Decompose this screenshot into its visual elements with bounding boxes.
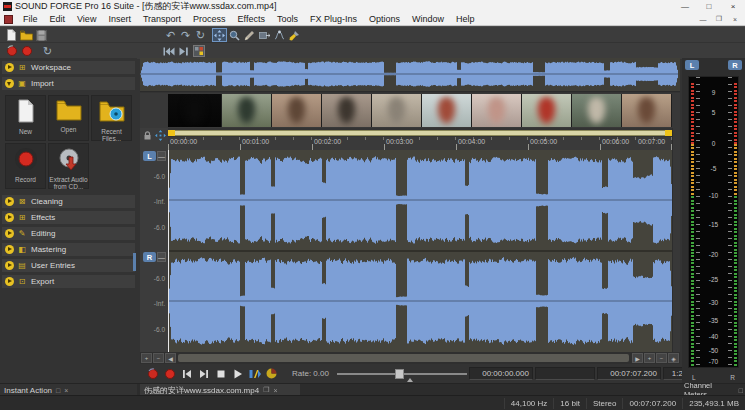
- record-remote-icon[interactable]: [4, 44, 19, 58]
- collapse-arrow-icon[interactable]: [5, 79, 14, 88]
- menu-item-view[interactable]: View: [71, 14, 102, 24]
- menu-item-options[interactable]: Options: [363, 14, 406, 24]
- sidebar-section-mastering[interactable]: ◧Mastering: [2, 243, 135, 256]
- sidebar-section-cleaning[interactable]: ⊠Cleaning: [2, 195, 135, 208]
- sidebar-section-editing[interactable]: ✎Editing: [2, 227, 135, 240]
- expand-arrow-icon[interactable]: [5, 63, 14, 72]
- sidebar-section-workspace[interactable]: ⊞Workspace: [2, 61, 135, 74]
- tile-extract-audio-from-cd-[interactable]: Extract Audio from CD...: [48, 143, 89, 189]
- snapshot-icon[interactable]: [191, 44, 206, 58]
- zoom-in-time-button[interactable]: +: [141, 353, 152, 363]
- expand-arrow-icon[interactable]: [5, 229, 14, 238]
- open-file-icon[interactable]: [19, 28, 34, 42]
- sidebar-scrollbar[interactable]: [133, 253, 136, 271]
- tile-recent-files-[interactable]: Recent Files...: [91, 95, 132, 141]
- record-remote-button[interactable]: [144, 367, 161, 381]
- go-to-end-icon[interactable]: [176, 44, 191, 58]
- maximize-button[interactable]: □: [697, 0, 721, 13]
- menu-item-help[interactable]: Help: [450, 14, 481, 24]
- loop-playback-icon[interactable]: ↻: [40, 44, 55, 58]
- sidebar-section-effects[interactable]: ⊞Effects: [2, 211, 135, 224]
- channel-r-minimize-button[interactable]: —: [157, 252, 166, 262]
- sidebar-section-user-entries[interactable]: ▤User Entries: [2, 259, 135, 272]
- meter-left-channel-button[interactable]: L: [685, 60, 699, 70]
- snap-tool-icon[interactable]: [155, 130, 166, 141]
- event-tool-icon[interactable]: [257, 28, 272, 42]
- sidebar-section-export[interactable]: ⊡Export: [2, 275, 135, 288]
- time-ruler[interactable]: 00:00:0000:01:0000:02:0000:03:0000:04:00…: [168, 137, 672, 150]
- mdi-restore-button[interactable]: ❐: [711, 14, 727, 25]
- meter-right-channel-button[interactable]: R: [728, 60, 742, 70]
- loop-region-start-handle[interactable]: [168, 130, 175, 136]
- sidebar-section-import[interactable]: ▣Import: [2, 77, 135, 90]
- scroll-right-button[interactable]: ▶: [632, 353, 643, 363]
- video-frame-thumbnail[interactable]: [622, 94, 672, 127]
- go-to-start-icon[interactable]: [161, 44, 176, 58]
- scrollbar-thumb[interactable]: [178, 354, 629, 362]
- expand-arrow-icon[interactable]: [5, 261, 14, 270]
- record-button[interactable]: [161, 367, 178, 381]
- close-button[interactable]: ×: [721, 0, 745, 13]
- loop-playback-button[interactable]: [263, 367, 280, 381]
- mdi-close-button[interactable]: ×: [727, 14, 743, 25]
- waveform-overview[interactable]: [140, 58, 680, 92]
- selection-time-field[interactable]: [535, 367, 595, 380]
- rate-slider[interactable]: [337, 367, 467, 381]
- rate-slider-thumb[interactable]: [395, 369, 404, 379]
- menu-item-window[interactable]: Window: [406, 14, 450, 24]
- menu-item-effects[interactable]: Effects: [232, 14, 271, 24]
- channel-r-button[interactable]: R: [143, 252, 156, 262]
- overview-waveform-canvas[interactable]: [140, 58, 678, 90]
- save-file-icon[interactable]: [34, 28, 49, 42]
- expand-arrow-icon[interactable]: [5, 277, 14, 286]
- go-to-end-button[interactable]: [195, 367, 212, 381]
- position-time-field[interactable]: 00:00:00.000: [469, 367, 533, 380]
- tile-record[interactable]: Record: [5, 143, 46, 189]
- mdi-minimize-button[interactable]: —: [695, 14, 711, 25]
- menu-item-transport[interactable]: Transport: [137, 14, 187, 24]
- video-frame-thumbnail[interactable]: [522, 94, 572, 127]
- zoom-in-button[interactable]: +: [644, 353, 655, 363]
- edit-tool-icon[interactable]: [212, 28, 227, 42]
- go-to-start-button[interactable]: [178, 367, 195, 381]
- repeat-icon[interactable]: ↻: [193, 28, 208, 42]
- paint-brush-tool-icon[interactable]: [287, 28, 302, 42]
- expand-arrow-icon[interactable]: [5, 213, 14, 222]
- tile-new[interactable]: New: [5, 95, 46, 141]
- waveform-editor[interactable]: [168, 150, 672, 352]
- video-frame-thumbnail[interactable]: [222, 94, 272, 127]
- loop-region-end-handle[interactable]: [665, 130, 672, 136]
- redo-icon[interactable]: ↷: [178, 28, 193, 42]
- video-frame-thumbnail[interactable]: [272, 94, 322, 127]
- loop-region-bar[interactable]: [168, 130, 672, 136]
- undo-icon[interactable]: ↶: [163, 28, 178, 42]
- close-tab-icon[interactable]: ×: [64, 387, 68, 394]
- channel-l-button[interactable]: L: [143, 151, 156, 161]
- play-button[interactable]: [229, 367, 246, 381]
- float-window-icon[interactable]: □: [56, 387, 60, 394]
- close-document-icon[interactable]: ×: [273, 387, 277, 394]
- length-time-field[interactable]: 00:07:07.200: [597, 367, 661, 380]
- video-frame-thumbnail[interactable]: [322, 94, 372, 127]
- record-icon[interactable]: [19, 44, 34, 58]
- waveform-canvas[interactable]: [168, 150, 672, 352]
- envelope-tool-icon[interactable]: [272, 28, 287, 42]
- channel-l-minimize-button[interactable]: —: [157, 151, 166, 161]
- magnify-tool-icon[interactable]: [227, 28, 242, 42]
- video-frame-thumbnail[interactable]: [572, 94, 622, 127]
- menu-item-tools[interactable]: Tools: [271, 14, 304, 24]
- lock-icon[interactable]: [143, 131, 152, 140]
- stop-button[interactable]: [212, 367, 229, 381]
- pin-panel-icon[interactable]: □: [739, 387, 743, 394]
- expand-arrow-icon[interactable]: [5, 245, 14, 254]
- scroll-left-button[interactable]: ◀: [165, 353, 176, 363]
- menu-item-edit[interactable]: Edit: [44, 14, 72, 24]
- new-file-icon[interactable]: [4, 28, 19, 42]
- zoom-selection-button[interactable]: ◈: [668, 353, 679, 363]
- playhead-cursor[interactable]: [168, 150, 169, 352]
- expand-arrow-icon[interactable]: [5, 197, 14, 206]
- tile-open[interactable]: Open: [48, 95, 89, 141]
- minimize-button[interactable]: —: [673, 0, 697, 13]
- video-frame-thumbnail[interactable]: [472, 94, 522, 127]
- menu-item-insert[interactable]: Insert: [102, 14, 137, 24]
